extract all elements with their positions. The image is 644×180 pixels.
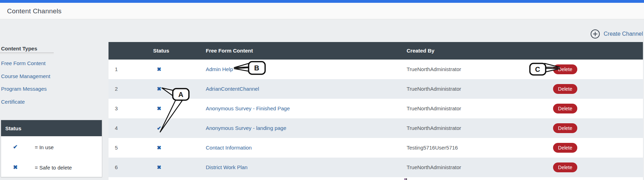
row-number: 5 xyxy=(115,138,118,158)
delete-button-wrap: Delete xyxy=(553,162,577,172)
delete-button-wrap: Delete xyxy=(553,64,577,74)
sidebar-item-free-form-content[interactable]: Free Form Content xyxy=(1,60,46,66)
bottom-edge-artifact xyxy=(406,178,407,180)
table-header-row: Status Free Form Content Created By xyxy=(109,42,643,60)
table-body: 1 ✖ Admin Help TrueNorthAdministrator De… xyxy=(109,60,643,177)
page-title: Content Channels xyxy=(7,7,61,15)
table-row: 6 ✖ District Work Plan TrueNorthAdminist… xyxy=(109,158,643,177)
x-icon: ✖ xyxy=(155,158,163,177)
column-header-free-form-content: Free Form Content xyxy=(206,42,253,60)
plus-circle-icon xyxy=(590,29,600,39)
content-channel-link[interactable]: District Work Plan xyxy=(206,158,248,177)
table-row: 5 ✖ Contact Information Testing5716User5… xyxy=(109,138,643,158)
delete-button[interactable]: Delete xyxy=(553,84,577,94)
partial-next-row xyxy=(109,177,643,180)
delete-button[interactable]: Delete xyxy=(553,104,577,113)
top-accent-bar xyxy=(0,0,644,3)
delete-button-wrap: Delete xyxy=(553,104,577,113)
status-legend-panel: Status ✔ = In use ✖ = Safe to delete xyxy=(1,120,102,177)
x-icon: ✖ xyxy=(155,99,163,118)
x-icon: ✖ xyxy=(155,79,163,99)
content-types-heading: Content Types xyxy=(1,46,37,51)
delete-button[interactable]: Delete xyxy=(553,123,577,133)
content-channel-link[interactable]: AdrianContentChannel xyxy=(206,79,259,99)
table-row: 1 ✖ Admin Help TrueNorthAdministrator De… xyxy=(109,60,643,79)
delete-button[interactable]: Delete xyxy=(553,162,577,172)
x-icon: ✖ xyxy=(155,60,163,79)
legend-label: = Safe to delete xyxy=(35,165,72,171)
row-number: 3 xyxy=(115,99,118,118)
delete-button-wrap: Delete xyxy=(553,143,577,153)
created-by-value: TrueNorthAdministrator xyxy=(407,158,461,177)
legend-label: = In use xyxy=(35,144,54,150)
page-header: Content Channels xyxy=(0,3,644,19)
sidebar-item-course-management[interactable]: Course Management xyxy=(1,73,50,79)
sidebar-item-certificate[interactable]: Certificate xyxy=(1,99,25,105)
content-types-divider xyxy=(0,53,54,54)
delete-button-wrap: Delete xyxy=(553,123,577,133)
sidebar-item-program-messages[interactable]: Program Messages xyxy=(1,86,47,92)
check-icon: ✔ xyxy=(155,118,163,138)
table-row: 3 ✖ Anonymous Survey - Finished Page Tru… xyxy=(109,99,643,118)
x-icon: ✖ xyxy=(13,164,18,171)
create-channel-button[interactable]: Create Channel xyxy=(590,29,643,39)
created-by-value: TrueNorthAdministrator xyxy=(407,79,461,99)
created-by-value: TrueNorthAdministrator xyxy=(407,99,461,118)
row-number: 1 xyxy=(115,60,118,79)
content-channel-link[interactable]: Anonymous Survey - landing page xyxy=(206,118,286,138)
content-channel-link[interactable]: Contact Information xyxy=(206,138,252,158)
x-icon: ✖ xyxy=(155,138,163,158)
create-channel-label: Create Channel xyxy=(604,31,643,37)
table-row: 4 ✔ Anonymous Survey - landing page True… xyxy=(109,118,643,138)
delete-button[interactable]: Delete xyxy=(553,143,577,153)
column-header-status: Status xyxy=(153,42,169,60)
check-icon: ✔ xyxy=(13,144,18,150)
content-channels-table: Status Free Form Content Created By 1 ✖ … xyxy=(109,42,643,180)
table-row: 2 ✖ AdrianContentChannel TrueNorthAdmini… xyxy=(109,79,643,99)
content-channel-link[interactable]: Anonymous Survey - Finished Page xyxy=(206,99,290,118)
delete-button-wrap: Delete xyxy=(553,84,577,94)
status-legend-header: Status xyxy=(1,120,102,136)
content-channel-link[interactable]: Admin Help xyxy=(206,60,233,79)
row-number: 4 xyxy=(115,118,118,138)
delete-button[interactable]: Delete xyxy=(553,64,577,74)
created-by-value: TrueNorthAdministrator xyxy=(407,60,461,79)
row-number: 6 xyxy=(115,158,118,177)
column-header-created-by: Created By xyxy=(407,42,434,60)
created-by-value: TrueNorthAdministrator xyxy=(407,118,461,138)
created-by-value: Testing5716User5716 xyxy=(407,138,458,158)
row-number: 2 xyxy=(115,79,118,99)
legend-item-safe-to-delete: ✖ = Safe to delete xyxy=(1,164,102,171)
legend-item-in-use: ✔ = In use xyxy=(1,143,102,151)
